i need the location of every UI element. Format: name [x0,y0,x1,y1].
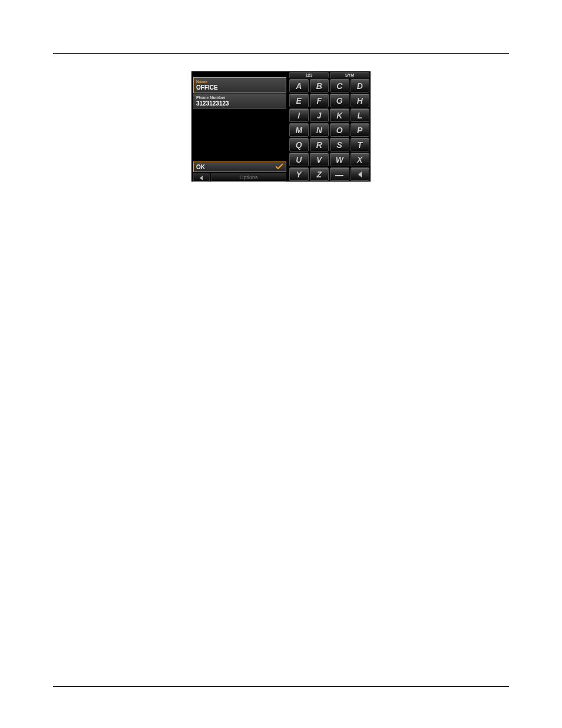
device-screenshot: Name OFFICE Phone Number 3123123123 OK [191,71,371,182]
key-y[interactable]: Y [289,167,309,181]
key-q[interactable]: Q [289,138,309,151]
onscreen-keyboard: 123 SYM ABCDEFGHIJKLMNOPQRSTUVWXYZ [288,71,371,182]
key-p[interactable]: P [351,123,370,137]
key-k[interactable]: K [330,108,349,122]
key-label: F [316,96,322,106]
key-n[interactable]: N [310,123,329,137]
key-a[interactable]: A [289,79,309,93]
key-label: R [316,140,322,150]
key-l[interactable]: L [351,108,370,122]
key-b[interactable]: B [310,79,329,93]
key-label: U [296,155,302,164]
key-o[interactable]: O [330,123,349,137]
key-label: D [357,81,363,91]
underscore-icon [335,175,343,176]
back-arrow-icon [199,172,204,183]
key-v[interactable]: V [310,153,329,166]
key-x[interactable]: X [351,153,370,166]
key-label: P [357,126,362,135]
key-r[interactable]: R [310,138,329,151]
key-label: B [316,81,322,91]
key-label: Z [316,170,322,179]
key-label: N [316,126,322,135]
key-label: Y [296,170,302,179]
key-label: S [337,140,342,150]
key-label: Q [296,140,302,150]
back-button[interactable] [193,173,210,182]
key-label: I [297,111,300,120]
key-label: X [357,155,362,164]
ok-button-label: OK [196,164,275,170]
key-j[interactable]: J [310,108,329,122]
key-label: W [336,155,343,164]
key-label: T [357,140,362,150]
key-label: E [296,96,302,106]
key-t[interactable]: T [351,138,370,151]
key-f[interactable]: F [310,94,329,107]
footer-rule [53,686,509,687]
key-i[interactable]: I [289,108,309,122]
name-field-value: OFFICE [196,84,283,91]
key-w[interactable]: W [330,153,349,166]
key-label: V [316,155,322,164]
key-z[interactable]: Z [310,167,329,181]
key-h[interactable]: H [351,94,370,107]
options-button[interactable]: Options [211,173,286,182]
phone-field[interactable]: Phone Number 3123123123 [193,93,286,109]
key-e[interactable]: E [289,94,309,107]
options-button-label: Options [239,174,257,180]
key-label: K [336,111,342,120]
key-g[interactable]: G [330,94,349,107]
name-field-label: Name [196,79,283,84]
phone-field-label: Phone Number [196,95,283,100]
key-label: O [336,126,343,135]
ok-button[interactable]: OK [193,162,286,172]
key-label: C [336,81,342,91]
mode-sym-button[interactable]: SYM [330,72,369,78]
mode-123-button[interactable]: 123 [289,72,329,78]
key-label: L [357,111,362,120]
key-backspace[interactable] [351,167,370,181]
checkmark-icon [275,163,283,170]
header-rule [53,53,509,54]
key-space[interactable] [330,167,349,181]
key-s[interactable]: S [330,138,349,151]
key-m[interactable]: M [289,123,309,137]
key-u[interactable]: U [289,153,309,166]
key-d[interactable]: D [351,79,370,93]
key-label: A [296,81,302,91]
key-c[interactable]: C [330,79,349,93]
key-label: M [295,126,302,135]
phone-field-value: 3123123123 [196,100,283,107]
backspace-icon [356,170,364,179]
key-label: G [336,96,343,106]
key-label: J [317,111,322,120]
name-field[interactable]: Name OFFICE [193,77,286,93]
form-panel: Name OFFICE Phone Number 3123123123 OK [191,71,288,182]
key-label: H [357,96,363,106]
